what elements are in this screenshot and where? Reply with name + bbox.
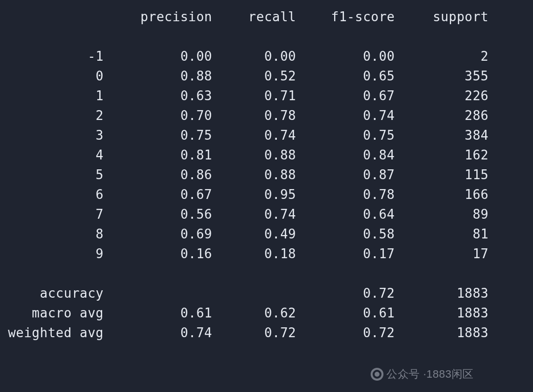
recall-value: 0.62	[212, 303, 296, 323]
support-value: 384	[395, 125, 489, 145]
f1-value: 0.67	[296, 86, 395, 106]
table-row: 2 0.70 0.78 0.74 286	[5, 106, 523, 125]
precision-value	[104, 283, 212, 303]
support-value: 1883	[395, 303, 489, 323]
f1-value: 0.84	[296, 145, 395, 165]
precision-value: 0.74	[104, 323, 212, 343]
summary-label: accuracy	[5, 283, 104, 303]
precision-value: 0.63	[104, 86, 212, 106]
support-value: 355	[395, 66, 489, 86]
class-label: 0	[5, 66, 104, 86]
table-row: 1 0.63 0.71 0.67 226	[5, 86, 523, 106]
precision-value: 0.86	[104, 165, 212, 185]
f1-value: 0.17	[296, 244, 395, 264]
summary-row-macro: macro avg 0.61 0.62 0.61 1883	[5, 303, 523, 323]
recall-value: 0.52	[212, 66, 296, 86]
precision-value: 0.56	[104, 204, 212, 224]
class-label: 4	[5, 145, 104, 165]
support-value: 89	[395, 204, 489, 224]
table-row: 7 0.56 0.74 0.64 89	[5, 204, 523, 224]
precision-value: 0.67	[104, 185, 212, 204]
support-value: 2	[395, 46, 489, 66]
class-label: 5	[5, 165, 104, 185]
recall-value	[212, 283, 296, 303]
support-value: 17	[395, 244, 489, 264]
recall-value: 0.78	[212, 106, 296, 125]
f1-value: 0.74	[296, 106, 395, 125]
precision-value: 0.69	[104, 224, 212, 244]
class-label: -1	[5, 46, 104, 66]
recall-value: 0.18	[212, 244, 296, 264]
f1-value: 0.78	[296, 185, 395, 204]
header-support: support	[395, 7, 489, 27]
recall-value: 0.88	[212, 165, 296, 185]
recall-value: 0.72	[212, 323, 296, 343]
table-row: 8 0.69 0.49 0.58 81	[5, 224, 523, 244]
class-label: 8	[5, 224, 104, 244]
header-precision: precision	[104, 7, 212, 27]
support-value: 166	[395, 185, 489, 204]
precision-value: 0.61	[104, 303, 212, 323]
summary-label: macro avg	[5, 303, 104, 323]
summary-row-accuracy: accuracy 0.72 1883	[5, 283, 523, 303]
recall-value: 0.74	[212, 125, 296, 145]
support-value: 1883	[395, 283, 489, 303]
table-row: 0 0.88 0.52 0.65 355	[5, 66, 523, 86]
f1-value: 0.61	[296, 303, 395, 323]
class-label: 6	[5, 185, 104, 204]
table-row: 5 0.86 0.88 0.87 115	[5, 165, 523, 185]
header-recall: recall	[212, 7, 296, 27]
recall-value: 0.00	[212, 46, 296, 66]
support-value: 81	[395, 224, 489, 244]
precision-value: 0.81	[104, 145, 212, 165]
terminal-output: precision recall f1-score support -1 0.0…	[0, 0, 533, 392]
class-label: 1	[5, 86, 104, 106]
recall-value: 0.88	[212, 145, 296, 165]
class-label: 9	[5, 244, 104, 264]
table-row: 4 0.81 0.88 0.84 162	[5, 145, 523, 165]
f1-value: 0.65	[296, 66, 395, 86]
support-value: 226	[395, 86, 489, 106]
f1-value: 0.72	[296, 283, 395, 303]
precision-value: 0.00	[104, 46, 212, 66]
header-f1: f1-score	[296, 7, 395, 27]
table-row: -1 0.00 0.00 0.00 2	[5, 46, 523, 66]
table-header-row: precision recall f1-score support	[5, 7, 523, 27]
recall-value: 0.95	[212, 185, 296, 204]
f1-value: 0.87	[296, 165, 395, 185]
support-value: 115	[395, 165, 489, 185]
table-row: 9 0.16 0.18 0.17 17	[5, 244, 523, 264]
table-row: 3 0.75 0.74 0.75 384	[5, 125, 523, 145]
precision-value: 0.88	[104, 66, 212, 86]
support-value: 1883	[395, 323, 489, 343]
header-blank	[5, 7, 104, 27]
f1-value: 0.72	[296, 323, 395, 343]
class-label: 7	[5, 204, 104, 224]
blank-row	[5, 27, 523, 46]
f1-value: 0.64	[296, 204, 395, 224]
class-label: 3	[5, 125, 104, 145]
summary-label: weighted avg	[5, 323, 104, 343]
support-value: 286	[395, 106, 489, 125]
f1-value: 0.00	[296, 46, 395, 66]
recall-value: 0.71	[212, 86, 296, 106]
table-row: 6 0.67 0.95 0.78 166	[5, 185, 523, 204]
recall-value: 0.74	[212, 204, 296, 224]
precision-value: 0.70	[104, 106, 212, 125]
precision-value: 0.16	[104, 244, 212, 264]
summary-row-weighted: weighted avg 0.74 0.72 0.72 1883	[5, 323, 523, 343]
precision-value: 0.75	[104, 125, 212, 145]
support-value: 162	[395, 145, 489, 165]
blank-row	[5, 264, 523, 283]
f1-value: 0.58	[296, 224, 395, 244]
class-label: 2	[5, 106, 104, 125]
f1-value: 0.75	[296, 125, 395, 145]
recall-value: 0.49	[212, 224, 296, 244]
